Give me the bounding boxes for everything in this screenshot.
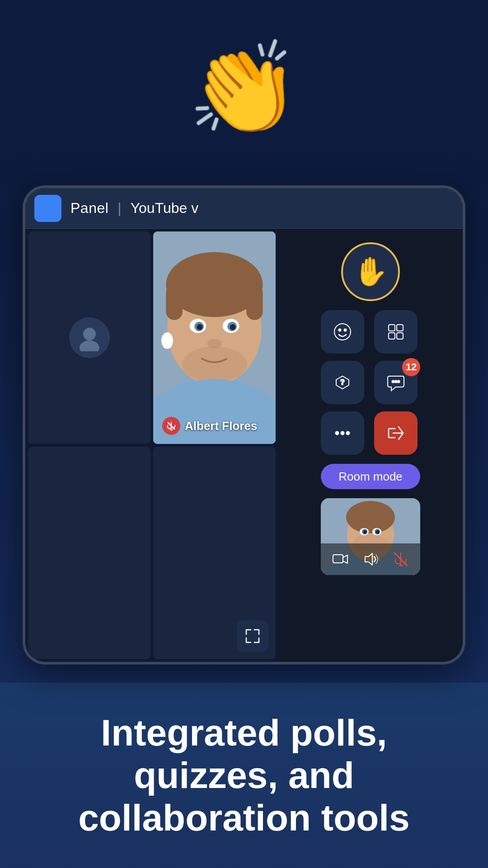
- svg-point-23: [344, 329, 347, 331]
- svg-point-31: [398, 381, 400, 383]
- svg-rect-27: [397, 333, 403, 339]
- svg-marker-49: [365, 553, 372, 565]
- topbar-blue-button[interactable]: [34, 195, 61, 222]
- video-cell-3: [28, 447, 150, 659]
- chat-button[interactable]: 12: [374, 361, 418, 404]
- svg-point-13: [230, 324, 235, 330]
- svg-point-33: [341, 432, 344, 435]
- action-grid: ? 12: [321, 310, 420, 455]
- person-name-tag: Albert Flores: [162, 417, 257, 435]
- svg-point-39: [346, 501, 395, 533]
- svg-point-12: [197, 324, 202, 330]
- video-cell-1: [28, 231, 150, 444]
- youtube-label: YouTube v: [131, 200, 199, 217]
- clapping-emoji: 👏: [188, 43, 300, 133]
- emoji-button[interactable]: [321, 310, 364, 354]
- tablet-frame: Panel | YouTube v: [23, 185, 465, 665]
- svg-rect-6: [166, 285, 183, 320]
- strip-audio-button[interactable]: [359, 548, 382, 571]
- svg-rect-26: [389, 333, 395, 339]
- chat-badge: 12: [402, 358, 420, 376]
- person-name: Albert Flores: [185, 419, 257, 433]
- room-mode-label: Room mode: [338, 470, 403, 484]
- raise-hand-emoji: ✋: [353, 255, 388, 288]
- raise-hand-button[interactable]: ✋: [341, 242, 400, 301]
- video-cell-albert: Albert Flores: [153, 231, 276, 444]
- video-grid: Albert Flores: [25, 229, 278, 662]
- top-section: 👏: [0, 0, 488, 176]
- grid-button[interactable]: [374, 310, 418, 354]
- svg-point-44: [363, 530, 367, 534]
- strip-mic-button[interactable]: [389, 548, 412, 571]
- video-cell-4: [153, 447, 276, 659]
- topbar-divider: |: [117, 200, 121, 217]
- svg-rect-25: [397, 325, 403, 331]
- avatar-1: [69, 317, 110, 358]
- exit-button[interactable]: [374, 411, 418, 455]
- expand-button[interactable]: [237, 620, 268, 652]
- svg-point-32: [336, 432, 339, 435]
- right-panel: ✋: [278, 229, 463, 662]
- svg-point-29: [392, 381, 394, 383]
- bottom-section: Integrated polls, quizzes, and collabora…: [0, 683, 488, 868]
- bottom-video-strip: 🥁: [321, 498, 420, 575]
- strip-camera-button[interactable]: [329, 548, 352, 571]
- svg-rect-47: [333, 555, 343, 563]
- panel-label: Panel: [70, 200, 108, 217]
- svg-point-1: [80, 340, 99, 351]
- svg-point-34: [347, 432, 350, 435]
- question-button[interactable]: ?: [321, 361, 364, 404]
- svg-text:?: ?: [340, 378, 345, 386]
- svg-point-21: [334, 324, 351, 340]
- strip-controls: [321, 543, 420, 575]
- svg-point-22: [339, 329, 341, 331]
- svg-rect-7: [246, 285, 263, 320]
- mute-icon: [162, 417, 180, 435]
- svg-marker-48: [343, 555, 347, 563]
- room-mode-button[interactable]: Room mode: [321, 464, 420, 489]
- tablet-content: Albert Flores: [25, 229, 463, 662]
- svg-point-16: [161, 332, 173, 349]
- svg-point-0: [83, 328, 96, 340]
- tablet-topbar: Panel | YouTube v: [25, 188, 463, 229]
- svg-point-15: [182, 347, 247, 382]
- svg-point-45: [376, 530, 380, 534]
- person-photo: [153, 231, 276, 444]
- headline-text: Integrated polls, quizzes, and collabora…: [27, 712, 461, 840]
- more-button[interactable]: [321, 411, 364, 455]
- svg-point-30: [395, 381, 397, 383]
- svg-rect-24: [389, 325, 395, 331]
- tablet-section: Panel | YouTube v: [0, 176, 488, 683]
